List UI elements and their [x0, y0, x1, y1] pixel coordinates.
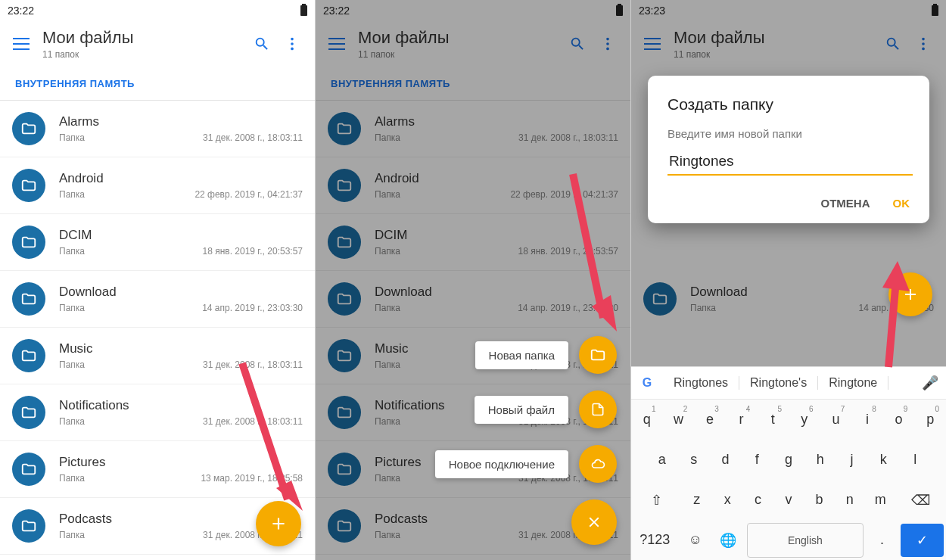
file-name: Android — [375, 171, 618, 186]
list-item[interactable]: DownloadПапка14 апр. 2019 г., 23:03:30 — [0, 271, 315, 328]
create-folder-dialog: Создать папку Введите имя новой папки ОТ… — [648, 76, 929, 223]
folder-icon — [328, 509, 361, 543]
key[interactable]: c — [745, 484, 770, 517]
cancel-button[interactable]: ОТМЕНА — [821, 197, 870, 210]
emoji-key[interactable]: ☺ — [681, 524, 710, 557]
status-bar: 23:23 — [631, 0, 946, 21]
folder-icon — [328, 282, 361, 316]
key[interactable]: o9 — [885, 403, 913, 437]
file-kind: Папка — [59, 359, 85, 370]
space-key[interactable]: English — [747, 523, 863, 558]
folder-name-input[interactable] — [667, 152, 913, 176]
hamburger-icon[interactable] — [639, 30, 666, 58]
list-item[interactable]: DCIMПапка18 янв. 2019 г., 20:53:57 — [316, 214, 630, 271]
fab-close[interactable] — [571, 499, 617, 545]
key[interactable]: v — [776, 484, 801, 517]
more-button[interactable] — [277, 29, 307, 59]
dialog-title: Создать папку — [667, 95, 910, 114]
file-name: DCIM — [59, 228, 303, 243]
file-date: 14 апр. 2019 г., 23:03:30 — [518, 303, 618, 313]
ok-button[interactable]: OK — [893, 197, 910, 210]
key[interactable]: p0 — [916, 403, 944, 437]
key[interactable]: g — [775, 443, 802, 477]
search-button[interactable] — [247, 29, 277, 59]
fab-item-new-connection[interactable]: Новое подключение — [435, 445, 617, 483]
file-name: Notifications — [59, 398, 303, 413]
file-icon — [590, 401, 605, 418]
search-button[interactable] — [562, 29, 593, 59]
file-kind: Папка — [375, 473, 400, 484]
hamburger-icon[interactable] — [323, 30, 350, 58]
tab-internal-storage[interactable]: ВНУТРЕННЯЯ ПАМЯТЬ — [15, 78, 135, 89]
hamburger-icon[interactable] — [8, 30, 35, 58]
key[interactable]: i8 — [854, 403, 881, 437]
key[interactable]: u7 — [823, 403, 850, 437]
globe-key[interactable]: 🌐 — [714, 524, 743, 557]
backspace-key[interactable]: ⌫ — [898, 484, 944, 517]
fab-item-new-folder[interactable]: Новая папка — [475, 336, 617, 374]
key[interactable]: l — [901, 443, 929, 477]
list-item[interactable]: AndroidПапка22 февр. 2019 г., 04:21:37 — [0, 157, 315, 214]
key[interactable]: d — [712, 443, 739, 477]
list-item[interactable]: DownloadПапка14 апр. 2019 г., 23:03:30 — [316, 271, 630, 328]
svg-point-5 — [606, 42, 609, 45]
suggestion[interactable]: Ringtones — [663, 376, 739, 390]
tab-internal-storage[interactable]: ВНУТРЕННЯЯ ПАМЯТЬ — [331, 78, 450, 89]
search-icon — [254, 36, 270, 52]
period-key[interactable]: . — [868, 524, 897, 557]
svg-point-4 — [606, 38, 609, 41]
key[interactable]: s — [680, 443, 708, 477]
search-button[interactable] — [878, 29, 908, 59]
key[interactable]: t5 — [759, 403, 786, 437]
key[interactable]: q1 — [633, 403, 661, 437]
key[interactable]: e3 — [696, 403, 724, 437]
list-item[interactable]: AndroidПапка22 февр. 2019 г., 04:21:37 — [316, 157, 630, 214]
key[interactable]: a — [649, 443, 676, 477]
key[interactable]: y6 — [791, 403, 818, 437]
status-bar: 23:22 — [0, 0, 315, 21]
key[interactable]: h — [807, 443, 834, 477]
key[interactable]: z — [684, 484, 710, 517]
list-item[interactable]: AlarmsПапка31 дек. 2008 г., 18:03:11 — [0, 101, 315, 157]
fab-label: Новый файл — [475, 396, 568, 424]
suggestion[interactable]: Ringtone's — [739, 376, 818, 390]
symbols-key[interactable]: ?123 — [633, 524, 677, 557]
fab-add[interactable] — [256, 501, 301, 546]
plus-icon — [269, 514, 288, 534]
file-kind: Папка — [375, 416, 400, 427]
key[interactable]: n — [837, 484, 863, 517]
more-button[interactable] — [908, 29, 938, 59]
key[interactable]: m — [867, 484, 893, 517]
wifi-icon — [916, 6, 928, 15]
shift-key[interactable]: ⇧ — [633, 484, 680, 517]
mic-icon[interactable]: 🎤 — [922, 375, 938, 391]
key[interactable]: b — [806, 484, 832, 517]
file-date: 22 февр. 2019 г., 04:21:37 — [510, 189, 618, 200]
file-name: Music — [59, 341, 303, 356]
key[interactable]: k — [870, 443, 897, 477]
fab-add[interactable] — [888, 272, 932, 316]
key[interactable]: w2 — [665, 403, 692, 437]
suggestion[interactable]: Ringtone — [818, 376, 888, 390]
list-item[interactable]: PicturesПапка13 мар. 2019 г., 18:35:58 — [0, 441, 315, 498]
page-title: Мои файлы — [358, 28, 562, 48]
list-item[interactable]: NotificationsПапка31 дек. 2008 г., 18:03… — [0, 384, 315, 441]
file-name: Download — [59, 285, 303, 300]
list-item[interactable]: DCIMПапка18 янв. 2019 г., 20:53:57 — [0, 214, 315, 271]
key[interactable]: x — [714, 484, 740, 517]
enter-key[interactable]: ✓ — [901, 524, 944, 557]
file-kind: Папка — [59, 416, 85, 427]
key[interactable]: r4 — [728, 403, 755, 437]
key[interactable]: j — [839, 443, 866, 477]
file-list[interactable]: AlarmsПапка31 дек. 2008 г., 18:03:11Andr… — [0, 101, 315, 555]
fab-item-new-file[interactable]: Новый файл — [475, 390, 617, 428]
folder-icon — [328, 226, 361, 259]
file-date: 31 дек. 2008 г., 18:03:11 — [203, 132, 303, 143]
key[interactable]: f — [743, 443, 770, 477]
file-kind: Папка — [375, 246, 400, 257]
list-item[interactable]: AlarmsПапка31 дек. 2008 г., 18:03:11 — [316, 101, 630, 157]
list-item[interactable]: MusicПапка31 дек. 2008 г., 18:03:11 — [0, 328, 315, 384]
file-kind: Папка — [375, 132, 400, 143]
more-button[interactable] — [593, 29, 623, 59]
folder-icon — [12, 169, 45, 202]
